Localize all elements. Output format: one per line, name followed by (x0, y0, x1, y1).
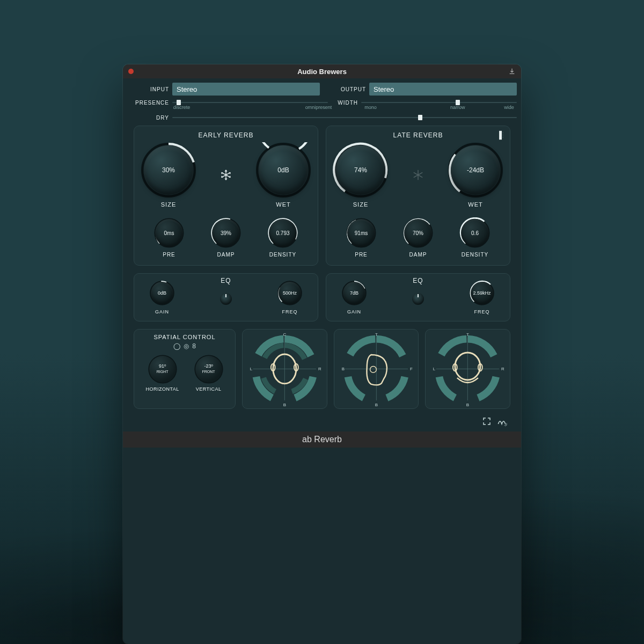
late-eq-type-knob[interactable] (410, 293, 426, 309)
late-eq-freq-knob[interactable]: 2.59kHz (469, 280, 495, 306)
late-freeze-button[interactable] (411, 167, 426, 182)
window-title: Audio Brewers (297, 68, 347, 76)
svg-text:L: L (433, 367, 436, 371)
presence-label: PRESENCE (127, 100, 169, 106)
svg-rect-6 (503, 132, 503, 133)
svg-text:T: T (375, 332, 378, 337)
output-select[interactable]: Stereo (369, 83, 517, 96)
early-eq-freq-knob[interactable]: 500Hz (277, 280, 303, 306)
content: INPUT Stereo OUTPUT Stereo PRESENCE disc… (123, 78, 521, 431)
early-damp-knob[interactable]: 39% (210, 217, 241, 248)
dry-label: DRY (127, 115, 169, 121)
early-density-knob[interactable]: 0.793 (267, 217, 298, 248)
vertical-knob[interactable]: -23ºFRONT (194, 354, 224, 384)
svg-text:R: R (501, 367, 504, 371)
late-eq-panel: EQ 7dB GAIN 2.59kHz (326, 273, 510, 321)
svg-text:L: L (250, 367, 253, 371)
late-eq-gain-knob[interactable]: 7dB (341, 280, 367, 306)
output-label: OUTPUT (324, 86, 366, 92)
svg-text:B: B (283, 402, 286, 407)
spatial-title: SPATIAL CONTROL (138, 334, 231, 340)
svg-text:T: T (466, 332, 469, 337)
early-pre-knob[interactable]: 0ms (153, 217, 185, 248)
early-size-knob[interactable]: 30% (141, 142, 196, 198)
late-density-knob[interactable]: 0.6 (459, 217, 491, 248)
svg-text:B: B (375, 402, 377, 407)
width-label: WIDTH (331, 100, 358, 106)
late-title: LATE REVERB (333, 131, 503, 139)
input-select[interactable]: Stereo (172, 83, 320, 96)
late-reverb-panel: LATE REVERB 74% SIZE (326, 126, 510, 266)
titlebar: Audio Brewers (123, 64, 521, 78)
early-reverb-panel: EARLY REVERB 30% SIZE (134, 126, 318, 266)
mode-circle-icon: ◯ (173, 342, 180, 350)
svg-text:F: F (410, 367, 413, 371)
svg-text:B: B (341, 367, 344, 371)
early-eq-type-knob[interactable] (218, 293, 234, 309)
viz-side-panel[interactable]: T B F B (334, 329, 419, 409)
plugin-window: Audio Brewers INPUT Stereo OUTPUT Stereo… (123, 64, 521, 644)
link-indicator-icon[interactable] (498, 130, 506, 140)
footer-bar (127, 412, 517, 428)
input-label: INPUT (127, 86, 169, 92)
svg-text:R: R (318, 367, 321, 371)
mode-stereo-icon: ◎ (184, 342, 189, 350)
late-wet-knob[interactable]: -24dB (448, 142, 503, 198)
width-slider[interactable]: mono narrow wide (361, 99, 517, 106)
brand-logo-icon (496, 416, 507, 427)
late-size-knob[interactable]: 74% (333, 142, 389, 198)
download-icon[interactable] (508, 68, 516, 75)
early-eq-panel: EQ 0dB GAIN 500Hz (134, 273, 318, 321)
svg-rect-8 (503, 136, 503, 136)
spatial-mode-icons[interactable]: ◯◎8 (138, 342, 231, 350)
fullscreen-icon[interactable] (482, 417, 491, 426)
late-pre-knob[interactable]: 91ms (346, 217, 377, 248)
svg-rect-5 (499, 131, 502, 140)
product-name-bar: ab Reverb (123, 431, 521, 448)
early-freeze-button[interactable] (218, 167, 233, 182)
svg-text:C: C (283, 332, 287, 337)
viz-front-panel[interactable]: T L R B (425, 329, 510, 409)
svg-rect-9 (503, 137, 503, 138)
mode-eight-icon: 8 (192, 342, 196, 350)
close-button[interactable] (128, 69, 134, 74)
early-eq-gain-knob[interactable]: 0dB (149, 280, 175, 306)
early-eq-title: EQ (221, 277, 231, 284)
svg-rect-7 (503, 134, 503, 135)
late-eq-title: EQ (413, 277, 423, 284)
presence-slider[interactable]: discrete omnipresent (172, 99, 328, 106)
viz-top-panel[interactable]: C L R B (242, 329, 327, 409)
late-damp-knob[interactable]: 70% (402, 217, 434, 248)
early-title: EARLY REVERB (141, 131, 311, 139)
svg-point-32 (370, 367, 376, 373)
early-wet-knob[interactable]: 0dB (255, 142, 311, 198)
spatial-control-panel: SPATIAL CONTROL ◯◎8 91ºRIGHT HORIZONTAL (134, 329, 236, 409)
dry-slider[interactable] (172, 114, 517, 121)
svg-text:B: B (466, 402, 469, 407)
horizontal-knob[interactable]: 91ºRIGHT (148, 354, 178, 384)
